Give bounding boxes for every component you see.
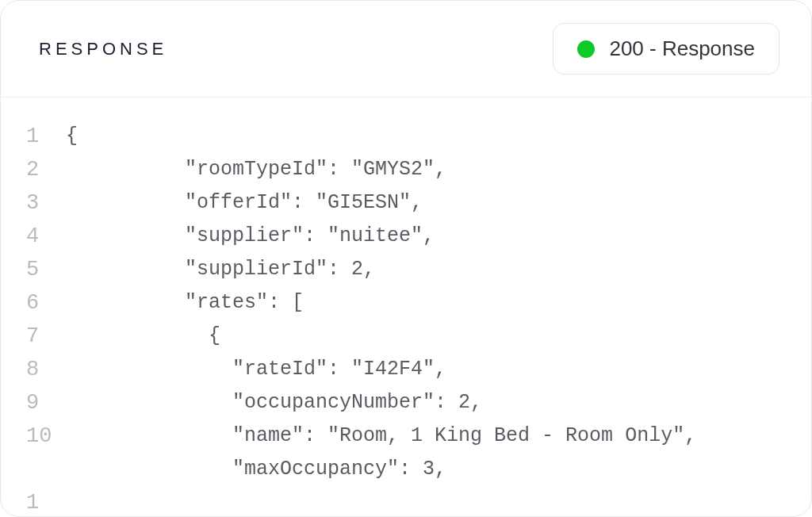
line-number: 7 — [26, 320, 53, 353]
line-number: 1 — [26, 486, 53, 516]
code-area[interactable]: 1 2 3 4 5 6 7 8 9 10 1 { "roomTypeId": "… — [1, 98, 811, 516]
code-line: "supplier": "nuitee", — [66, 220, 811, 253]
code-line: "rateId": "I42F4", — [66, 353, 811, 386]
line-number: 6 — [26, 286, 53, 320]
code-line: "rates": [ — [66, 286, 811, 320]
status-text: 200 - Response — [609, 36, 755, 61]
code-content: { "roomTypeId": "GMYS2", "offerId": "GI5… — [53, 120, 811, 516]
response-panel: RESPONSE 200 - Response 1 2 3 4 5 6 7 8 … — [0, 0, 812, 517]
code-line: { — [66, 120, 811, 153]
line-number: 10 — [26, 419, 53, 486]
line-number-gutter: 1 2 3 4 5 6 7 8 9 10 1 — [1, 120, 53, 516]
line-number: 2 — [26, 153, 53, 186]
response-header: RESPONSE 200 - Response — [1, 1, 811, 98]
code-line: "occupancyNumber": 2, — [66, 386, 811, 419]
line-number: 4 — [26, 220, 53, 253]
code-line: { — [66, 320, 811, 353]
line-number: 3 — [26, 186, 53, 220]
status-dot-icon — [577, 40, 595, 58]
code-line: "name": "Room, 1 King Bed - Room Only", — [66, 419, 811, 453]
status-badge[interactable]: 200 - Response — [553, 23, 779, 75]
response-title: RESPONSE — [39, 39, 167, 59]
line-number: 8 — [26, 353, 53, 386]
line-number: 5 — [26, 253, 53, 286]
line-number: 9 — [26, 386, 53, 419]
code-line: "roomTypeId": "GMYS2", — [66, 153, 811, 186]
code-line: "offerId": "GI5ESN", — [66, 186, 811, 220]
code-line: "maxOccupancy": 3, — [66, 453, 811, 486]
line-number: 1 — [26, 120, 53, 153]
code-line: "supplierId": 2, — [66, 253, 811, 286]
